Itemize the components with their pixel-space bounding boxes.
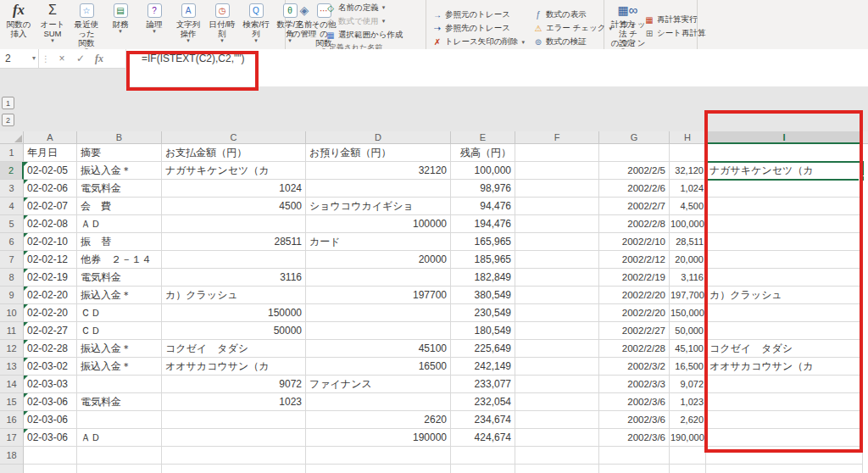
- column-header-G[interactable]: G: [599, 131, 670, 144]
- cell-A4[interactable]: 02-02-07: [24, 198, 77, 215]
- fill-handle[interactable]: [859, 175, 865, 181]
- logical-button[interactable]: ? 論理▾: [137, 0, 171, 53]
- cell-B10[interactable]: ＣＤ: [77, 304, 162, 322]
- lookup-reference-button[interactable]: Q 検索/行列▾: [239, 0, 273, 53]
- cell-B15[interactable]: 電気料金: [77, 393, 162, 411]
- cell-G18[interactable]: [599, 447, 670, 465]
- row-header-3[interactable]: 3: [0, 180, 24, 198]
- row-header-1[interactable]: 1: [0, 144, 24, 162]
- cell-A6[interactable]: 02-02-10: [24, 233, 77, 251]
- cell-F2[interactable]: [515, 162, 599, 180]
- cell-G17[interactable]: 2002/3/6: [599, 429, 670, 447]
- cell-H13[interactable]: 16,500: [670, 358, 706, 376]
- cell-I14[interactable]: [706, 376, 863, 393]
- cell-I1[interactable]: [706, 144, 863, 162]
- trace-precedents-button[interactable]: → 参照元のトレース: [430, 8, 527, 22]
- insert-function-small-button[interactable]: fx: [90, 53, 108, 65]
- cell-F3[interactable]: [515, 180, 599, 198]
- column-header-B[interactable]: B: [77, 131, 162, 144]
- cell-I13[interactable]: オオサカコウサン（カ: [706, 358, 863, 376]
- cell-I12[interactable]: コクゼイ タダシ: [706, 340, 863, 358]
- trace-dependents-button[interactable]: ⇢ 参照先のトレース: [430, 22, 527, 36]
- cell-Ex[interactable]: [451, 465, 515, 473]
- cell-H11[interactable]: 50,000: [670, 322, 706, 340]
- cell-B14[interactable]: [77, 376, 162, 393]
- cell-C15[interactable]: 1023: [162, 393, 306, 411]
- cell-D1[interactable]: お預り金額（円）: [306, 144, 451, 162]
- cell-Dx[interactable]: [306, 465, 451, 473]
- cell-B16[interactable]: [77, 411, 162, 429]
- cell-C12[interactable]: コクゼイ タダシ: [162, 340, 306, 358]
- cell-B18[interactable]: [77, 447, 162, 465]
- cell-F18[interactable]: [515, 447, 599, 465]
- use-in-formula-button[interactable]: ◇ 数式で使用▾: [323, 14, 405, 28]
- cell-H8[interactable]: 3,116: [670, 269, 706, 287]
- row-header-5[interactable]: 5: [0, 215, 24, 233]
- financial-button[interactable]: ▤ 財務▾: [103, 0, 137, 53]
- cell-G2[interactable]: 2002/2/5: [599, 162, 670, 180]
- cell-G11[interactable]: 2002/2/27: [599, 322, 670, 340]
- cell-D12[interactable]: 45100: [306, 340, 451, 358]
- cell-H5[interactable]: 100,000: [670, 215, 706, 233]
- row-header-18[interactable]: 18: [0, 447, 24, 465]
- row-header-7[interactable]: 7: [0, 251, 24, 269]
- cell-Hx[interactable]: [670, 465, 706, 473]
- cell-I18[interactable]: [706, 447, 863, 465]
- cell-C17[interactable]: [162, 429, 306, 447]
- cell-G1[interactable]: [599, 144, 670, 162]
- column-header-D[interactable]: D: [306, 131, 451, 144]
- cell-Ix[interactable]: [706, 465, 863, 473]
- cell-A7[interactable]: 02-02-12: [24, 251, 77, 269]
- cell-E1[interactable]: 残高（円）: [451, 144, 515, 162]
- cell-I9[interactable]: カ）クラッシュ: [706, 287, 863, 304]
- row-header-12[interactable]: 12: [0, 340, 24, 358]
- cell-A3[interactable]: 02-02-06: [24, 180, 77, 198]
- cell-A2[interactable]: 02-02-05: [24, 162, 77, 180]
- insert-function-button[interactable]: fx 関数の 挿入: [2, 0, 36, 53]
- cell-B13[interactable]: 振込入金＊: [77, 358, 162, 376]
- row-header-4[interactable]: 4: [0, 198, 24, 215]
- cell-I10[interactable]: [706, 304, 863, 322]
- cell-F7[interactable]: [515, 251, 599, 269]
- cell-D9[interactable]: 197700: [306, 287, 451, 304]
- row-header-10[interactable]: 10: [0, 304, 24, 322]
- column-header-I[interactable]: I: [706, 131, 863, 144]
- row-header-13[interactable]: 13: [0, 358, 24, 376]
- cell-F16[interactable]: [515, 411, 599, 429]
- row-header-11[interactable]: 11: [0, 322, 24, 340]
- cancel-button[interactable]: ×: [53, 53, 71, 64]
- cell-E9[interactable]: 380,549: [451, 287, 515, 304]
- cell-F15[interactable]: [515, 393, 599, 411]
- cell-D18[interactable]: [306, 447, 451, 465]
- cell-I2[interactable]: ナガサキケンセツ（カ: [706, 162, 863, 180]
- cell-Cx[interactable]: [162, 465, 306, 473]
- cell-F6[interactable]: [515, 233, 599, 251]
- cell-B8[interactable]: 電気料金: [77, 269, 162, 287]
- cell-A11[interactable]: 02-02-27: [24, 322, 77, 340]
- row-header-15[interactable]: 15: [0, 393, 24, 411]
- cell-D13[interactable]: 16500: [306, 358, 451, 376]
- cell-G12[interactable]: 2002/2/28: [599, 340, 670, 358]
- cell-C4[interactable]: 4500: [162, 198, 306, 215]
- column-header-F[interactable]: F: [515, 131, 599, 144]
- cell-H17[interactable]: 190,000: [670, 429, 706, 447]
- cell-H12[interactable]: 45,100: [670, 340, 706, 358]
- cell-I4[interactable]: [706, 198, 863, 215]
- cell-F12[interactable]: [515, 340, 599, 358]
- cell-Fx[interactable]: [515, 465, 599, 473]
- cell-F10[interactable]: [515, 304, 599, 322]
- cell-A9[interactable]: 02-02-20: [24, 287, 77, 304]
- cell-A10[interactable]: 02-02-20: [24, 304, 77, 322]
- cell-E6[interactable]: 165,965: [451, 233, 515, 251]
- cell-F9[interactable]: [515, 287, 599, 304]
- cell-G3[interactable]: 2002/2/6: [599, 180, 670, 198]
- enter-button[interactable]: ✓: [71, 53, 90, 64]
- cell-D15[interactable]: [306, 393, 451, 411]
- cell-C14[interactable]: 9072: [162, 376, 306, 393]
- text-functions-button[interactable]: A 文字列 操作▾: [171, 0, 205, 53]
- cell-E10[interactable]: 230,549: [451, 304, 515, 322]
- cell-G4[interactable]: 2002/2/7: [599, 198, 670, 215]
- cell-H1[interactable]: [670, 144, 706, 162]
- cell-Bx[interactable]: [77, 465, 162, 473]
- cell-C9[interactable]: カ）クラッシュ: [162, 287, 306, 304]
